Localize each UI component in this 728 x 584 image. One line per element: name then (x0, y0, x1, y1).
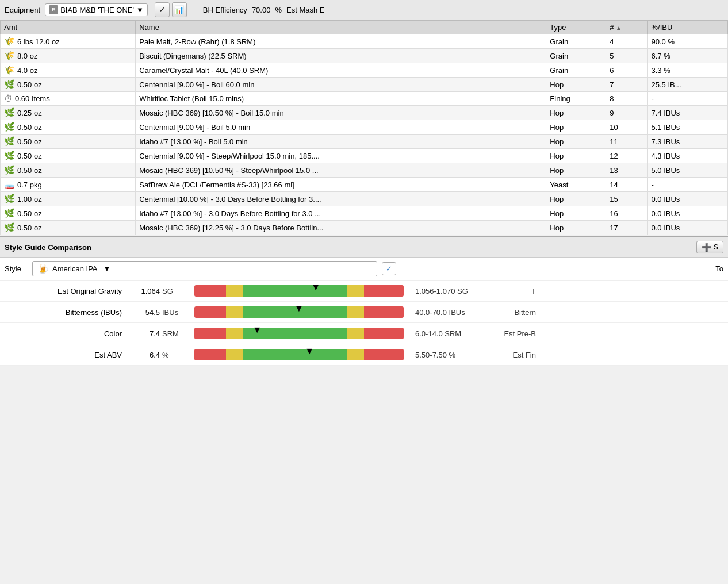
type-cell: Hop (546, 221, 606, 235)
amt-cell: 🌾 8.0 oz (1, 49, 136, 63)
top-bar: Equipment B BIAB M&B 'THE ONE' ▼ ✓ 📊 BH … (0, 0, 728, 20)
add-icon: ➕ (702, 243, 711, 252)
num-cell: 12 (606, 149, 647, 163)
metric-row-1: Bitterness (IBUs) 54.5 IBUs ▼ 40.0-70.0 … (0, 302, 728, 323)
hop-icon: 🌿 (4, 222, 15, 233)
num-cell: 11 (606, 135, 647, 149)
name-cell: Centennial [9.00 %] - Boil 60.0 min (136, 78, 546, 92)
pct-ibu-cell: 0.0 IBUs (647, 206, 728, 221)
type-cell: Grain (546, 63, 606, 78)
gauge-yellow-left (226, 349, 243, 360)
metric-range: 40.0-70.0 IBUs (408, 306, 495, 319)
bh-efficiency-value: 70.00 (252, 6, 271, 14)
amt-cell: 🌿 0.50 oz (1, 135, 136, 149)
table-row: 🌿 0.25 oz Mosaic (HBC 369) [10.50 %] - B… (1, 106, 728, 120)
col-num[interactable]: # ▲ (606, 21, 647, 34)
gauge-red-left (194, 349, 226, 360)
hop-icon: 🌿 (4, 136, 15, 147)
metric-right-label: Est Fin (495, 348, 541, 362)
style-name: American IPA (52, 264, 98, 273)
check-btn[interactable]: ✓ (155, 2, 170, 17)
bh-section: BH Efficiency 70.00 % Est Mash E (203, 6, 325, 14)
equipment-dropdown[interactable]: B BIAB M&B 'THE ONE' ▼ (45, 3, 148, 16)
metric-unit: SRM (162, 329, 182, 338)
type-cell: Hop (546, 135, 606, 149)
num-cell: 14 (606, 178, 647, 192)
pct-ibu-cell: - (647, 92, 728, 106)
gauge-red-right (364, 328, 404, 339)
amt-cell: 🌾 6 lbs 12.0 oz (1, 34, 136, 49)
amt-cell: 🌿 1.00 oz (1, 192, 136, 206)
name-cell: Mosaic (HBC 369) [10.50 %] - Boil 15.0 m… (136, 106, 546, 120)
style-guide-header: Style Guide Comparison ➕ S (0, 237, 728, 258)
metric-range: 1.056-1.070 SG (408, 285, 495, 298)
beer-icon: 🍺 (37, 263, 49, 274)
amt-cell: 🌿 0.50 oz (1, 78, 136, 92)
metric-right-label: Est Pre-B (495, 327, 541, 340)
gauge-bar: ▼ (194, 349, 404, 360)
style-check-button[interactable]: ✓ (382, 262, 396, 275)
type-cell: Grain (546, 49, 606, 63)
style-dropdown[interactable]: 🍺 American IPA ▼ (32, 261, 377, 276)
gauge-yellow-right (347, 349, 364, 360)
style-row: Style 🍺 American IPA ▼ ✓ To (0, 258, 728, 281)
amt-value: 0.50 oz (17, 152, 42, 160)
table-row: 🌿 0.50 oz Centennial [9.00 %] - Boil 60.… (1, 78, 728, 92)
amt-cell: 🌿 0.50 oz (1, 163, 136, 178)
pct-ibu-cell: 25.5 IB... (647, 78, 728, 92)
type-cell: Fining (546, 92, 606, 106)
gauge-red-right (364, 306, 404, 318)
name-cell: Mosaic (HBC 369) [10.50 %] - Steep/Whirl… (136, 163, 546, 178)
table-row: 🌿 0.50 oz Centennial [9.00 %] - Boil 5.0… (1, 120, 728, 135)
num-cell: 6 (606, 63, 647, 78)
gauge-bar: ▼ (194, 285, 404, 297)
type-cell: Hop (546, 106, 606, 120)
table-row: 🌿 0.50 oz Mosaic (HBC 369) [12.25 %] - 3… (1, 221, 728, 235)
style-add-button[interactable]: ➕ S (696, 241, 723, 253)
name-cell: Pale Malt, 2-Row (Rahr) (1.8 SRM) (136, 34, 546, 49)
amt-value: 1.00 oz (17, 195, 42, 203)
pct-ibu-cell: 0.0 IBUs (647, 192, 728, 206)
chart-btn[interactable]: 📊 (172, 2, 187, 17)
table-row: 🌿 0.50 oz Centennial [9.00 %] - Steep/Wh… (1, 149, 728, 163)
toolbar-icons: ✓ 📊 (155, 2, 187, 17)
yeast-icon: 🧫 (4, 179, 15, 190)
name-cell: Centennial [9.00 %] - Boil 5.0 min (136, 120, 546, 135)
style-checkmark-icon: ✓ (386, 264, 392, 273)
metric-value: 1.064 (131, 287, 160, 295)
name-cell: Whirlfloc Tablet (Boil 15.0 mins) (136, 92, 546, 106)
bh-efficiency-unit: % (275, 6, 282, 14)
amt-value: 0.50 oz (17, 137, 42, 146)
name-cell: Centennial [9.00 %] - Steep/Whirlpool 15… (136, 149, 546, 163)
amt-cell: ⏱ 0.60 Items (1, 92, 136, 106)
metric-range: 6.0-14.0 SRM (408, 327, 495, 340)
num-cell: 10 (606, 120, 647, 135)
pct-ibu-cell: 0.0 IBUs (647, 221, 728, 235)
style-guide-section: Style Guide Comparison ➕ S Style 🍺 Ameri… (0, 236, 728, 366)
gauge-red-left (194, 285, 226, 297)
gauge-yellow-left (226, 328, 243, 339)
pct-ibu-cell: - (647, 178, 728, 192)
gauge-yellow-left (226, 306, 243, 318)
gauge-yellow-right (347, 285, 364, 297)
metric-row-2: Color 7.4 SRM ▼ 6.0-14.0 SRM Est Pre-B (0, 323, 728, 344)
num-cell: 15 (606, 192, 647, 206)
gauge-yellow-left (226, 285, 243, 297)
name-cell: Mosaic (HBC 369) [12.25 %] - 3.0 Days Be… (136, 221, 546, 235)
col-amt: Amt (1, 21, 136, 34)
table-row: ⏱ 0.60 Items Whirlfloc Tablet (Boil 15.0… (1, 92, 728, 106)
table-row: 🧫 0.7 pkg SafBrew Ale (DCL/Fermentis #S-… (1, 178, 728, 192)
pct-ibu-cell: 7.3 IBUs (647, 135, 728, 149)
amt-cell: 🌿 0.25 oz (1, 106, 136, 120)
bh-efficiency-label: BH Efficiency (203, 6, 247, 14)
grain-icon: 🌾 (4, 51, 15, 61)
metric-row-0: Est Original Gravity 1.064 SG ▼ 1.056-1.… (0, 281, 728, 302)
pct-ibu-cell: 3.3 % (647, 63, 728, 78)
num-cell: 8 (606, 92, 647, 106)
grain-icon: 🌾 (4, 36, 15, 47)
amt-value: 0.50 oz (17, 166, 42, 175)
fining-icon: ⏱ (4, 94, 13, 103)
gauge-red-left (194, 328, 226, 339)
gauge-red-right (364, 349, 404, 360)
hop-icon: 🌿 (4, 194, 15, 204)
